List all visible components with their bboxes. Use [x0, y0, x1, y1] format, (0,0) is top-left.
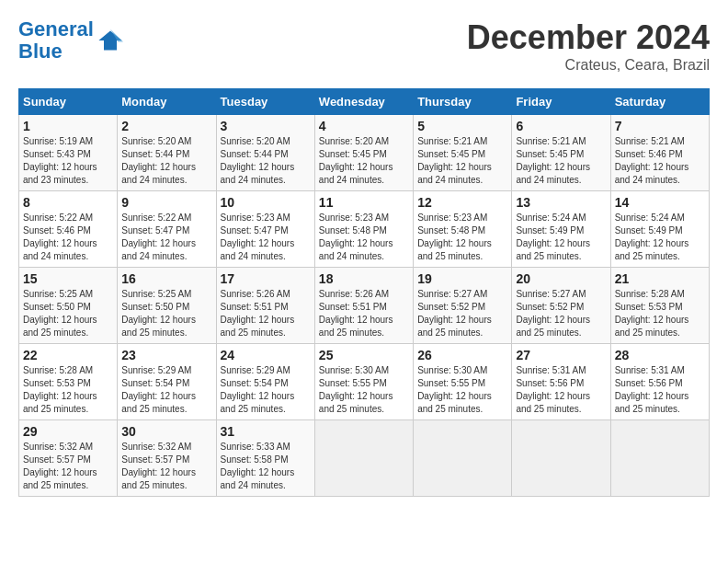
day-number: 10	[221, 195, 311, 210]
day-number: 20	[516, 271, 606, 286]
calendar-day-cell: 26Sunrise: 5:30 AMSunset: 5:55 PMDayligh…	[414, 344, 512, 420]
day-info: Sunrise: 5:29 AMSunset: 5:54 PMDaylight:…	[121, 364, 211, 416]
calendar-week-row: 8Sunrise: 5:22 AMSunset: 5:46 PMDaylight…	[19, 191, 710, 268]
day-info: Sunrise: 5:22 AMSunset: 5:47 PMDaylight:…	[121, 212, 211, 263]
logo-line1: General	[18, 17, 94, 40]
calendar-day-cell: 17Sunrise: 5:26 AMSunset: 5:51 PMDayligh…	[216, 268, 314, 344]
day-number: 7	[615, 119, 705, 133]
calendar-day-cell: 3Sunrise: 5:20 AMSunset: 5:44 PMDaylight…	[216, 115, 314, 191]
day-info: Sunrise: 5:30 AMSunset: 5:55 PMDaylight:…	[417, 364, 507, 416]
day-info: Sunrise: 5:21 AMSunset: 5:45 PMDaylight:…	[417, 135, 507, 187]
calendar-week-row: 15Sunrise: 5:25 AMSunset: 5:50 PMDayligh…	[19, 268, 710, 344]
calendar-day-cell: 16Sunrise: 5:25 AMSunset: 5:50 PMDayligh…	[118, 268, 216, 344]
calendar-day-cell: 4Sunrise: 5:20 AMSunset: 5:45 PMDaylight…	[314, 115, 413, 191]
day-number: 28	[615, 348, 705, 362]
day-number: 29	[23, 424, 113, 439]
calendar-header-cell: Tuesday	[216, 89, 314, 115]
day-info: Sunrise: 5:27 AMSunset: 5:52 PMDaylight:…	[516, 288, 606, 339]
day-info: Sunrise: 5:31 AMSunset: 5:56 PMDaylight:…	[516, 364, 606, 416]
day-number: 3	[221, 119, 311, 133]
calendar-day-cell: 18Sunrise: 5:26 AMSunset: 5:51 PMDayligh…	[314, 268, 413, 344]
day-info: Sunrise: 5:28 AMSunset: 5:53 PMDaylight:…	[615, 288, 705, 339]
day-number: 25	[319, 348, 409, 362]
day-number: 21	[615, 271, 705, 286]
day-info: Sunrise: 5:22 AMSunset: 5:46 PMDaylight:…	[23, 212, 113, 263]
page-title: December 2024	[467, 18, 710, 57]
day-number: 23	[121, 348, 211, 362]
calendar-week-row: 1Sunrise: 5:19 AMSunset: 5:43 PMDaylight…	[19, 115, 710, 191]
calendar-header-row: SundayMondayTuesdayWednesdayThursdayFrid…	[19, 89, 710, 115]
calendar-day-cell: 19Sunrise: 5:27 AMSunset: 5:52 PMDayligh…	[414, 268, 512, 344]
calendar-day-cell: 29Sunrise: 5:32 AMSunset: 5:57 PMDayligh…	[19, 420, 118, 497]
calendar-header-cell: Monday	[118, 89, 216, 115]
page-subtitle: Crateus, Ceara, Brazil	[467, 57, 710, 74]
calendar-day-cell: 5Sunrise: 5:21 AMSunset: 5:45 PMDaylight…	[414, 115, 512, 191]
day-number: 30	[121, 424, 211, 439]
day-number: 22	[23, 348, 113, 362]
calendar-day-cell	[414, 420, 512, 497]
logo-line2: Blue	[18, 40, 63, 63]
day-info: Sunrise: 5:20 AMSunset: 5:44 PMDaylight:…	[221, 135, 311, 187]
day-info: Sunrise: 5:21 AMSunset: 5:46 PMDaylight:…	[615, 135, 705, 187]
day-number: 31	[221, 424, 311, 439]
calendar-header-cell: Wednesday	[314, 89, 413, 115]
calendar-header-cell: Thursday	[414, 89, 512, 115]
day-number: 11	[319, 195, 409, 210]
day-info: Sunrise: 5:32 AMSunset: 5:57 PMDaylight:…	[121, 441, 211, 492]
calendar-day-cell: 25Sunrise: 5:30 AMSunset: 5:55 PMDayligh…	[314, 344, 413, 420]
day-info: Sunrise: 5:28 AMSunset: 5:53 PMDaylight:…	[23, 364, 113, 416]
day-info: Sunrise: 5:20 AMSunset: 5:44 PMDaylight:…	[121, 135, 211, 187]
calendar-week-row: 22Sunrise: 5:28 AMSunset: 5:53 PMDayligh…	[19, 344, 710, 420]
day-info: Sunrise: 5:19 AMSunset: 5:43 PMDaylight:…	[23, 135, 113, 187]
day-info: Sunrise: 5:26 AMSunset: 5:51 PMDaylight:…	[221, 288, 311, 339]
day-info: Sunrise: 5:23 AMSunset: 5:48 PMDaylight:…	[319, 212, 409, 263]
day-number: 17	[221, 271, 311, 286]
calendar-day-cell: 24Sunrise: 5:29 AMSunset: 5:54 PMDayligh…	[216, 344, 314, 420]
day-number: 8	[23, 195, 113, 210]
day-number: 24	[221, 348, 311, 362]
day-info: Sunrise: 5:31 AMSunset: 5:56 PMDaylight:…	[615, 364, 705, 416]
calendar-day-cell: 31Sunrise: 5:33 AMSunset: 5:58 PMDayligh…	[216, 420, 314, 497]
day-number: 14	[615, 195, 705, 210]
day-number: 4	[319, 119, 409, 133]
calendar-day-cell: 20Sunrise: 5:27 AMSunset: 5:52 PMDayligh…	[512, 268, 610, 344]
calendar-week-row: 29Sunrise: 5:32 AMSunset: 5:57 PMDayligh…	[19, 420, 710, 497]
day-info: Sunrise: 5:26 AMSunset: 5:51 PMDaylight:…	[319, 288, 409, 339]
calendar-day-cell: 30Sunrise: 5:32 AMSunset: 5:57 PMDayligh…	[118, 420, 216, 497]
day-number: 1	[23, 119, 113, 133]
calendar-day-cell	[512, 420, 610, 497]
day-info: Sunrise: 5:21 AMSunset: 5:45 PMDaylight:…	[516, 135, 606, 187]
day-info: Sunrise: 5:23 AMSunset: 5:48 PMDaylight:…	[417, 212, 507, 263]
day-number: 27	[516, 348, 606, 362]
calendar-day-cell: 14Sunrise: 5:24 AMSunset: 5:49 PMDayligh…	[610, 191, 709, 268]
day-info: Sunrise: 5:24 AMSunset: 5:49 PMDaylight:…	[615, 212, 705, 263]
day-info: Sunrise: 5:23 AMSunset: 5:47 PMDaylight:…	[221, 212, 311, 263]
day-number: 2	[121, 119, 211, 133]
calendar-day-cell: 23Sunrise: 5:29 AMSunset: 5:54 PMDayligh…	[118, 344, 216, 420]
calendar-day-cell: 13Sunrise: 5:24 AMSunset: 5:49 PMDayligh…	[512, 191, 610, 268]
day-info: Sunrise: 5:24 AMSunset: 5:49 PMDaylight:…	[516, 212, 606, 263]
title-block: December 2024 Crateus, Ceara, Brazil	[467, 18, 710, 74]
day-number: 16	[121, 271, 211, 286]
day-info: Sunrise: 5:30 AMSunset: 5:55 PMDaylight:…	[319, 364, 409, 416]
day-info: Sunrise: 5:25 AMSunset: 5:50 PMDaylight:…	[121, 288, 211, 339]
calendar-day-cell: 2Sunrise: 5:20 AMSunset: 5:44 PMDaylight…	[118, 115, 216, 191]
page-header: General Blue December 2024 Crateus, Cear…	[18, 18, 710, 74]
calendar-day-cell: 9Sunrise: 5:22 AMSunset: 5:47 PMDaylight…	[118, 191, 216, 268]
logo: General Blue	[18, 18, 123, 63]
logo-text: General Blue	[18, 18, 94, 63]
calendar-day-cell: 28Sunrise: 5:31 AMSunset: 5:56 PMDayligh…	[610, 344, 709, 420]
calendar-day-cell: 11Sunrise: 5:23 AMSunset: 5:48 PMDayligh…	[314, 191, 413, 268]
calendar-header-cell: Friday	[512, 89, 610, 115]
calendar-day-cell	[610, 420, 709, 497]
calendar-day-cell: 12Sunrise: 5:23 AMSunset: 5:48 PMDayligh…	[414, 191, 512, 268]
calendar-day-cell: 15Sunrise: 5:25 AMSunset: 5:50 PMDayligh…	[19, 268, 118, 344]
calendar-day-cell: 21Sunrise: 5:28 AMSunset: 5:53 PMDayligh…	[610, 268, 709, 344]
day-info: Sunrise: 5:32 AMSunset: 5:57 PMDaylight:…	[23, 441, 113, 492]
day-info: Sunrise: 5:29 AMSunset: 5:54 PMDaylight:…	[221, 364, 311, 416]
calendar-day-cell: 27Sunrise: 5:31 AMSunset: 5:56 PMDayligh…	[512, 344, 610, 420]
calendar-day-cell	[314, 420, 413, 497]
calendar-header-cell: Sunday	[19, 89, 118, 115]
calendar-day-cell: 7Sunrise: 5:21 AMSunset: 5:46 PMDaylight…	[610, 115, 709, 191]
calendar-header-cell: Saturday	[610, 89, 709, 115]
